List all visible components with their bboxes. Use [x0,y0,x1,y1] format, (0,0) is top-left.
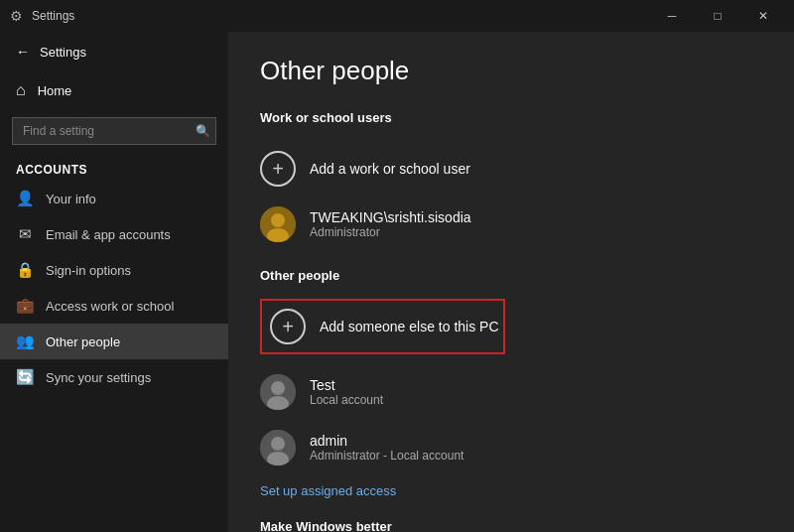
sidebar-item-other-people[interactable]: 👥 Other people [0,324,228,359]
admin-user-sub: Administrator - Local account [310,449,463,463]
sync-icon: 🔄 [16,368,34,386]
sidebar-item-label: Your info [46,192,96,206]
sidebar-item-home[interactable]: ⌂ Home [0,71,228,109]
search-icon: 🔍 [196,124,210,138]
minimize-button[interactable]: ─ [649,0,695,32]
home-icon: ⌂ [16,81,26,99]
test-user-row[interactable]: Test Local account [260,364,762,420]
sign-in-icon: 🔒 [16,261,34,279]
email-icon: ✉ [16,225,34,243]
sidebar-item-access-work[interactable]: 💼 Access work or school [0,288,228,324]
sidebar-item-email-app[interactable]: ✉ Email & app accounts [0,216,228,252]
search-input[interactable] [12,117,216,145]
add-work-plus-icon: + [260,151,296,187]
sidebar-item-your-info[interactable]: 👤 Your info [0,181,228,216]
sidebar-item-sign-in[interactable]: 🔒 Sign-in options [0,252,228,288]
window-controls: ─ □ ✕ [649,0,786,32]
home-label: Home [38,83,72,98]
test-user-avatar [260,374,296,410]
sidebar-item-label: Sync your settings [46,370,151,385]
svg-point-4 [271,381,285,395]
test-user-info: Test Local account [310,377,383,407]
content-area: Other people Work or school users + Add … [228,32,794,532]
tweaking-user-info: TWEAKING\srishti.sisodia Administrator [310,209,471,239]
add-work-user-label: Add a work or school user [310,161,470,177]
sidebar: ← Settings ⌂ Home 🔍 Accounts 👤 Your info… [0,32,228,532]
add-someone-highlighted[interactable]: + Add someone else to this PC [260,299,505,354]
make-windows-section: Make Windows better Give us feedback [260,519,762,532]
tweaking-user-sub: Administrator [310,225,471,239]
svg-point-1 [271,213,285,227]
settings-icon: ⚙ [8,8,24,24]
admin-user-avatar [260,430,296,466]
tweaking-user-avatar [260,206,296,242]
sidebar-section-title: Accounts [0,153,228,181]
admin-user-info: admin Administrator - Local account [310,433,463,463]
test-user-sub: Local account [310,393,383,407]
back-arrow-icon: ← [16,44,30,60]
sidebar-search-container: 🔍 [12,117,216,145]
admin-user-name: admin [310,433,463,449]
add-someone-plus-icon: + [270,309,306,344]
close-button[interactable]: ✕ [740,0,786,32]
titlebar: ⚙ Settings ─ □ ✕ [0,0,794,32]
test-user-name: Test [310,377,383,393]
tweaking-user-name: TWEAKING\srishti.sisodia [310,209,471,225]
sidebar-back[interactable]: ← Settings [0,32,228,71]
page-title: Other people [260,56,762,86]
svg-point-7 [271,437,285,451]
sidebar-item-label: Access work or school [46,299,174,314]
assigned-access-link[interactable]: Set up assigned access [260,483,396,498]
app-title-label: Settings [40,45,86,60]
tweaking-user-row[interactable]: TWEAKING\srishti.sisodia Administrator [260,197,762,252]
access-work-icon: 💼 [16,297,34,315]
make-windows-heading: Make Windows better [260,519,762,532]
admin-user-row[interactable]: admin Administrator - Local account [260,420,762,475]
sidebar-item-label: Sign-in options [46,263,131,278]
add-work-user-row[interactable]: + Add a work or school user [260,141,762,197]
sidebar-item-label: Other people [46,334,120,349]
main-layout: ← Settings ⌂ Home 🔍 Accounts 👤 Your info… [0,32,794,532]
sidebar-item-sync[interactable]: 🔄 Sync your settings [0,359,228,395]
your-info-icon: 👤 [16,190,34,207]
add-someone-label: Add someone else to this PC [320,319,499,334]
other-people-icon: 👥 [16,332,34,350]
titlebar-title: Settings [32,9,649,23]
other-people-heading: Other people [260,268,762,283]
sidebar-item-label: Email & app accounts [46,227,171,242]
work-section-heading: Work or school users [260,110,762,125]
maximize-button[interactable]: □ [695,0,740,32]
